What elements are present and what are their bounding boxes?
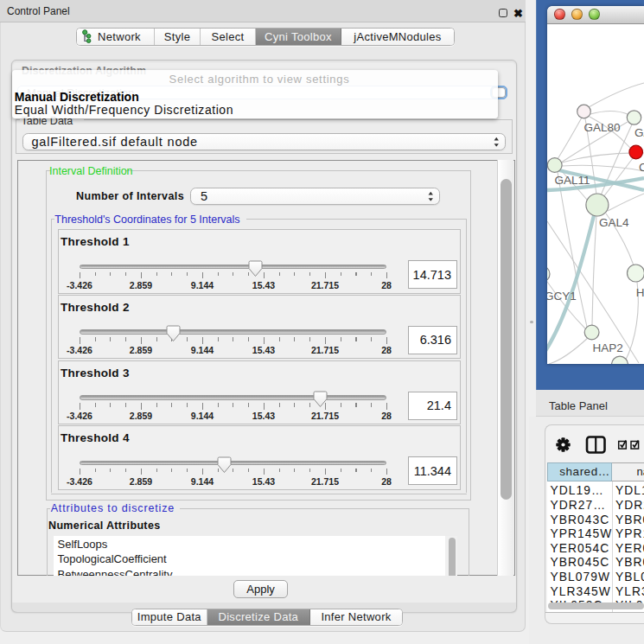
svg-text:HIS7: HIS7	[636, 286, 644, 299]
svg-text:GAL80: GAL80	[583, 121, 620, 134]
svg-text:HAP2: HAP2	[592, 341, 622, 354]
svg-text:GCY1: GCY1	[547, 290, 577, 303]
svg-text:GAL11: GAL11	[555, 174, 590, 187]
svg-text:GAL4: GAL4	[599, 216, 629, 229]
svg-text:GAL4: GAL4	[634, 126, 644, 139]
svg-text:CDC6: CDC6	[639, 161, 644, 174]
